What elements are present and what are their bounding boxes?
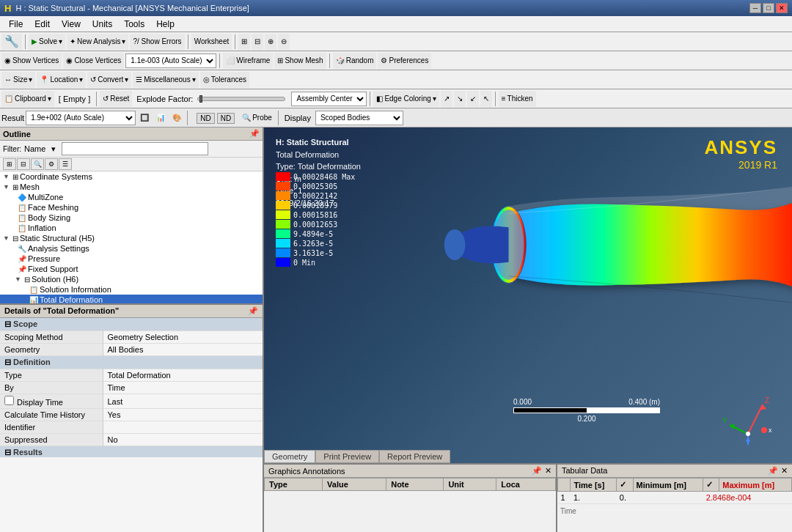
edge-coloring-button[interactable]: ◧ Edge Coloring ▾ <box>373 91 439 107</box>
edge-dir-btn-3[interactable]: ↙ <box>467 91 479 107</box>
toolbar-4: 📋 Clipboard ▾ [ Empty ] ↺ Reset Explode … <box>0 89 792 108</box>
tab-col-max: Maximum [m] <box>719 479 792 492</box>
display-time-checkbox[interactable] <box>4 396 14 405</box>
tree-item-1[interactable]: ▼⊞ Mesh <box>0 182 263 192</box>
detail-value: Yes <box>103 409 263 421</box>
tree-item-9[interactable]: 📌 Fixed Support <box>0 264 263 274</box>
expand-all-button[interactable]: ⊞ <box>3 158 16 170</box>
tab-print-preview[interactable]: Print Preview <box>315 450 379 463</box>
tabular-header-row: Time [s] ✓ Minimum [m] ✓ Maximum [m] <box>558 479 792 492</box>
col-note: Note <box>386 479 444 491</box>
graphics-close-icon[interactable]: ✕ <box>545 466 551 476</box>
size-button[interactable]: ↔ Size ▾ <box>1 72 35 88</box>
edge-dir-btn-1[interactable]: ↗ <box>441 91 452 107</box>
tree-item-8[interactable]: 📌 Pressure <box>0 254 263 264</box>
icon-btn-3[interactable]: ⊕ <box>265 34 276 50</box>
minimize-button[interactable]: ─ <box>749 3 761 13</box>
random-button[interactable]: 🎲 Random <box>333 53 377 69</box>
worksheet-button[interactable]: Worksheet <box>191 34 232 50</box>
scoped-bodies-dropdown[interactable]: Scoped Bodies <box>315 111 403 125</box>
show-vertices-button[interactable]: ◉ Show Vertices <box>1 53 62 69</box>
menu-edit[interactable]: Edit <box>29 18 56 31</box>
tabular-table: Time [s] ✓ Minimum [m] ✓ Maximum [m] 1 1… <box>557 478 792 504</box>
toolbar-icon-group[interactable]: 🔧 <box>1 34 22 50</box>
graphics-pin-icon[interactable]: 📌 <box>532 466 542 476</box>
show-errors-button[interactable]: ?/ Show Errors <box>130 34 184 50</box>
details-pin-icon[interactable]: 📌 <box>248 306 258 316</box>
convert-button[interactable]: ↺ Convert ▾ <box>87 72 131 88</box>
tree-item-11[interactable]: 📋 Solution Information <box>0 284 263 295</box>
nd-btn-1[interactable]: ND <box>197 113 214 124</box>
tree-item-label-1: Mesh <box>20 182 40 191</box>
result-scale-dropdown[interactable]: 1.9e+002 (Auto Scale) <box>26 111 136 125</box>
icon-btn-2[interactable]: ⊟ <box>252 34 263 50</box>
assembly-center-dropdown[interactable]: Assembly Center <box>291 92 367 106</box>
tree-item-12[interactable]: 📊 Total Deformation <box>0 295 263 303</box>
close-vertices-button[interactable]: ◉ Close Vertices <box>63 53 124 69</box>
tree-item-label-3: Face Meshing <box>28 203 78 212</box>
tree-item-0[interactable]: ▼⊞ Coordinate Systems <box>0 171 263 182</box>
menu-view[interactable]: View <box>56 18 87 31</box>
tab-row-min-cell: 0. <box>617 492 633 504</box>
maximize-button[interactable]: □ <box>763 3 774 13</box>
toolbar-3: ↔ Size ▾ 📍 Location ▾ ↺ Convert ▾ ☰ Misc… <box>0 70 792 89</box>
close-button[interactable]: ✕ <box>776 3 788 13</box>
tree-item-icon-2: 🔷 <box>18 193 26 202</box>
show-mesh-button[interactable]: ⊞ Show Mesh <box>274 53 326 69</box>
result-type-btn[interactable]: 🔲 <box>137 110 152 126</box>
menu-units[interactable]: Units <box>87 18 118 31</box>
misc-button[interactable]: ☰ Miscellaneous ▾ <box>133 72 198 88</box>
icon-btn-1[interactable]: ⊞ <box>238 34 250 50</box>
tree-item-3[interactable]: 📋 Face Meshing <box>0 202 263 213</box>
time-label-area: Time <box>557 504 792 518</box>
tree-item-2[interactable]: 🔷 MultiZone <box>0 192 263 202</box>
window-controls[interactable]: ─ □ ✕ <box>749 3 788 13</box>
tree-item-7[interactable]: 🔧 Analysis Settings <box>0 243 263 254</box>
tab-report-preview[interactable]: Report Preview <box>379 450 450 463</box>
detail-row-definition-3: Calculate Time HistoryYes <box>0 409 263 421</box>
new-analysis-button[interactable]: ✦ New Analysis ▾ <box>67 34 128 50</box>
nd-btn-2[interactable]: ND <box>217 113 235 124</box>
probe-button[interactable]: 🔍 Probe <box>239 110 275 126</box>
sep-8 <box>495 92 496 106</box>
find-button[interactable]: 🔍 <box>31 158 44 170</box>
outline-filter: Filter: Name ▾ <box>0 141 263 158</box>
details-table: ⊟ ScopeScoping MethodGeometry SelectionG… <box>0 318 263 457</box>
tree-item-5[interactable]: 📋 Inflation <box>0 223 263 233</box>
tabular-table-head: Time [s] ✓ Minimum [m] ✓ Maximum [m] <box>558 479 792 492</box>
collapse-all-button[interactable]: ⊟ <box>17 158 30 170</box>
filter-button[interactable]: ⚙ <box>45 158 58 170</box>
reset-button[interactable]: ↺ Reset <box>100 91 132 107</box>
sep-6 <box>96 92 97 106</box>
tab-geometry[interactable]: Geometry <box>264 450 315 463</box>
menu-tools[interactable]: Tools <box>118 18 150 31</box>
tree-item-6[interactable]: ▼⊟ Static Structural (H5) <box>0 233 263 243</box>
edge-dir-btn-2[interactable]: ↘ <box>454 91 466 107</box>
result-color-btn[interactable]: 🎨 <box>169 110 184 126</box>
menu-file[interactable]: File <box>3 18 29 31</box>
outline-pin-icon[interactable]: 📌 <box>249 129 260 138</box>
icon-btn-4[interactable]: ⊖ <box>278 34 290 50</box>
explode-slider[interactable] <box>197 97 285 101</box>
3d-viewport[interactable]: H: Static Structural Total Deformation T… <box>264 128 792 463</box>
solve-button[interactable]: ▶ Solve ▾ <box>29 34 65 50</box>
clipboard-button[interactable]: 📋 Clipboard ▾ <box>1 91 54 107</box>
menu-help[interactable]: Help <box>150 18 180 31</box>
tabular-close-icon[interactable]: ✕ <box>781 466 788 476</box>
tree-item-4[interactable]: 📋 Body Sizing <box>0 213 263 223</box>
location-button[interactable]: 📍 Location ▾ <box>37 72 86 88</box>
options-button[interactable]: ☰ <box>59 158 72 170</box>
tree-item-10[interactable]: ▼⊟ Solution (H6) <box>0 274 263 284</box>
wireframe-button[interactable]: ⬜ Wireframe <box>223 53 273 69</box>
detail-row-definition-5: SuppressedNo <box>0 434 263 446</box>
edge-dir-btn-4[interactable]: ↖ <box>480 91 492 107</box>
tolerances-button[interactable]: ◎ Tolerances <box>200 72 249 88</box>
result-disp-btn[interactable]: 📊 <box>153 110 168 126</box>
tabular-pin-icon[interactable]: 📌 <box>768 466 778 476</box>
detail-value: Time <box>103 382 263 394</box>
outline-header: Outline 📌 <box>0 128 263 141</box>
filter-input[interactable] <box>62 142 208 155</box>
preferences-button[interactable]: ⚙ Preferences <box>378 53 431 69</box>
scale-dropdown[interactable]: 1.1e-003 (Auto Scale) <box>125 53 216 68</box>
thicken-button[interactable]: ≡ Thicken <box>499 91 536 107</box>
